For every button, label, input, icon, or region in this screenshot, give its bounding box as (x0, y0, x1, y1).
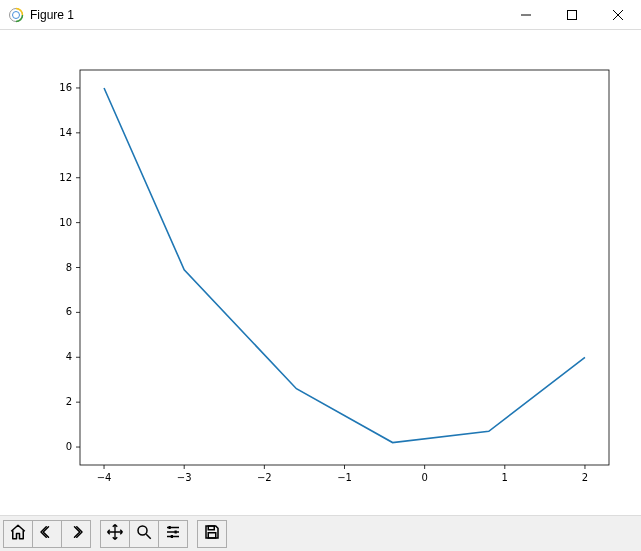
toolbar-separator (187, 520, 197, 548)
svg-rect-7 (208, 526, 214, 530)
svg-rect-2 (568, 10, 577, 19)
x-tick-label: 0 (421, 472, 427, 483)
x-tick-label: 2 (582, 472, 588, 483)
pan-icon (106, 523, 124, 544)
window-title: Figure 1 (30, 8, 74, 22)
x-tick-label: 1 (502, 472, 508, 483)
svg-rect-6 (171, 535, 173, 538)
sliders-icon (164, 523, 182, 544)
save-button[interactable] (197, 520, 227, 548)
axes-box (80, 70, 609, 465)
y-tick-label: 14 (59, 127, 72, 138)
y-tick-label: 4 (66, 351, 72, 362)
plot-area[interactable]: −4−3−2−10120246810121416 (0, 30, 641, 515)
minimize-button[interactable] (503, 0, 549, 29)
app-icon (8, 7, 24, 23)
chart-svg: −4−3−2−10120246810121416 (0, 30, 641, 515)
y-tick-label: 12 (59, 172, 72, 183)
forward-button[interactable] (61, 520, 91, 548)
maximize-button[interactable] (549, 0, 595, 29)
window-titlebar: Figure 1 (0, 0, 641, 30)
y-tick-label: 6 (66, 306, 72, 317)
x-tick-label: −1 (337, 472, 352, 483)
home-icon (9, 523, 27, 544)
x-tick-label: −4 (97, 472, 112, 483)
y-tick-label: 0 (66, 441, 72, 452)
x-tick-label: −2 (257, 472, 272, 483)
window-controls (503, 0, 641, 29)
svg-point-1 (13, 11, 20, 18)
y-tick-label: 10 (59, 217, 72, 228)
y-tick-label: 2 (66, 396, 72, 407)
forward-arrow-icon (67, 523, 85, 544)
zoom-button[interactable] (129, 520, 159, 548)
svg-rect-8 (208, 533, 216, 538)
back-button[interactable] (32, 520, 62, 548)
toolbar-separator (90, 520, 100, 548)
svg-point-3 (138, 526, 147, 535)
x-tick-label: −3 (177, 472, 192, 483)
pan-button[interactable] (100, 520, 130, 548)
back-arrow-icon (38, 523, 56, 544)
svg-rect-5 (175, 531, 177, 534)
y-tick-label: 8 (66, 262, 72, 273)
configure-button[interactable] (158, 520, 188, 548)
close-button[interactable] (595, 0, 641, 29)
home-button[interactable] (3, 520, 33, 548)
save-icon (203, 523, 221, 544)
matplotlib-toolbar (0, 515, 641, 551)
y-tick-label: 16 (59, 82, 72, 93)
zoom-icon (135, 523, 153, 544)
svg-rect-4 (169, 526, 171, 529)
